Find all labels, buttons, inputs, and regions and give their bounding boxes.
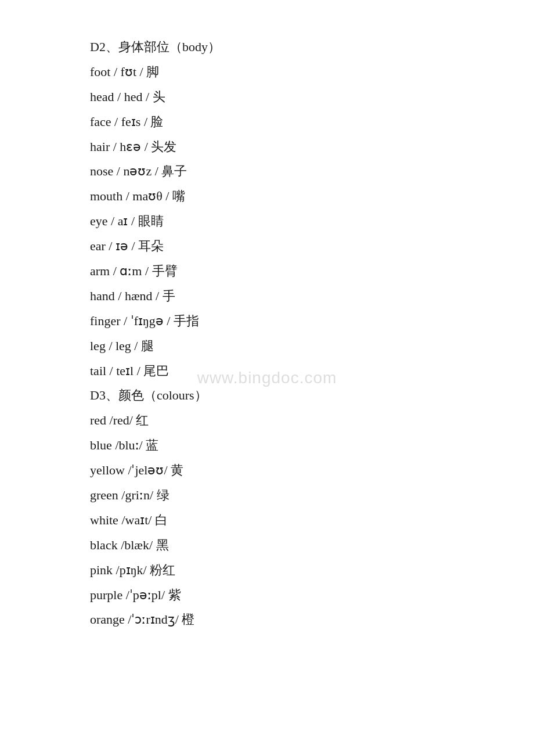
vocab-item-1-8: orange /ˈɔːrɪndʒ/ 橙	[90, 607, 534, 632]
main-content: D2、身体部位（body）foot / fʊt / 脚head / hed / …	[0, 0, 534, 667]
vocab-item-0-11: leg / leg / 腿	[90, 334, 534, 359]
vocab-item-0-4: nose / nəʊz / 鼻子	[90, 159, 534, 184]
vocab-item-0-7: ear / ɪə / 耳朵	[90, 234, 534, 259]
vocab-item-1-6: pink /pɪŋk/ 粉红	[90, 558, 534, 583]
vocab-item-1-3: green /griːn/ 绿	[90, 483, 534, 508]
vocab-item-1-1: blue /bluː/ 蓝	[90, 433, 534, 458]
vocab-item-0-6: eye / aɪ / 眼睛	[90, 209, 534, 234]
vocab-item-0-12: tail / teɪl / 尾巴	[90, 359, 534, 384]
vocab-item-0-3: hair / hɛə / 头发	[90, 135, 534, 160]
section-header-1: D3、颜色（colours）	[90, 383, 534, 408]
vocab-item-1-0: red /red/ 红	[90, 408, 534, 433]
vocab-item-0-2: face / feɪs / 脸	[90, 110, 534, 135]
vocab-item-0-10: finger / ˈfɪŋgə / 手指	[90, 309, 534, 334]
section-header-0: D2、身体部位（body）	[90, 35, 534, 60]
vocab-item-1-5: black /blæk/ 黑	[90, 533, 534, 558]
vocab-item-0-9: hand / hænd / 手	[90, 284, 534, 309]
vocab-item-0-1: head / hed / 头	[90, 85, 534, 110]
vocab-item-1-7: purple /ˈpəːpl/ 紫	[90, 583, 534, 608]
vocab-item-1-4: white /waɪt/ 白	[90, 508, 534, 533]
vocab-item-0-8: arm / ɑːm / 手臂	[90, 259, 534, 284]
vocab-item-0-5: mouth / maʊθ / 嘴	[90, 184, 534, 209]
vocab-item-1-2: yellow /ˈjeləʊ/ 黄	[90, 458, 534, 483]
vocab-item-0-0: foot / fʊt / 脚	[90, 60, 534, 85]
